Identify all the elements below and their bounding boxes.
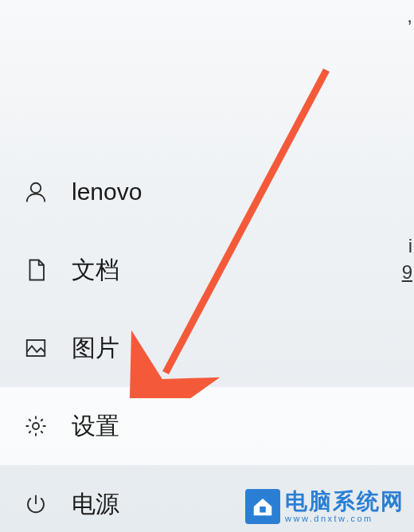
watermark-title: 电脑系统网 bbox=[285, 491, 404, 513]
watermark-url: www.dnxtw.com bbox=[285, 514, 404, 523]
user-icon bbox=[22, 178, 49, 205]
svg-point-2 bbox=[33, 423, 39, 429]
document-icon bbox=[22, 256, 49, 284]
menu-label-pictures: 图片 bbox=[72, 332, 119, 365]
watermark-text: 电脑系统网 www.dnxtw.com bbox=[285, 491, 404, 523]
menu-item-documents[interactable]: 文档 bbox=[0, 231, 414, 309]
menu-item-settings[interactable]: 设置 bbox=[0, 387, 414, 465]
menu-label-settings: 设置 bbox=[72, 410, 119, 443]
start-menu-sidebar: lenovo 文档 图片 设置 电源 bbox=[0, 153, 414, 532]
edge-text-3: 9 bbox=[402, 261, 412, 284]
menu-item-pictures[interactable]: 图片 bbox=[0, 309, 414, 387]
settings-icon bbox=[22, 413, 49, 440]
menu-label-documents: 文档 bbox=[72, 254, 119, 287]
svg-point-0 bbox=[31, 183, 41, 194]
menu-label-user: lenovo bbox=[72, 178, 142, 205]
menu-label-power: 电源 bbox=[72, 488, 119, 521]
power-icon bbox=[22, 491, 49, 518]
watermark-house-icon bbox=[245, 489, 280, 524]
pictures-icon bbox=[22, 334, 49, 362]
watermark: 电脑系统网 www.dnxtw.com bbox=[245, 489, 404, 524]
edge-text-1: , bbox=[407, 5, 412, 27]
menu-item-user[interactable]: lenovo bbox=[0, 153, 414, 231]
edge-text-2: i bbox=[408, 235, 412, 257]
